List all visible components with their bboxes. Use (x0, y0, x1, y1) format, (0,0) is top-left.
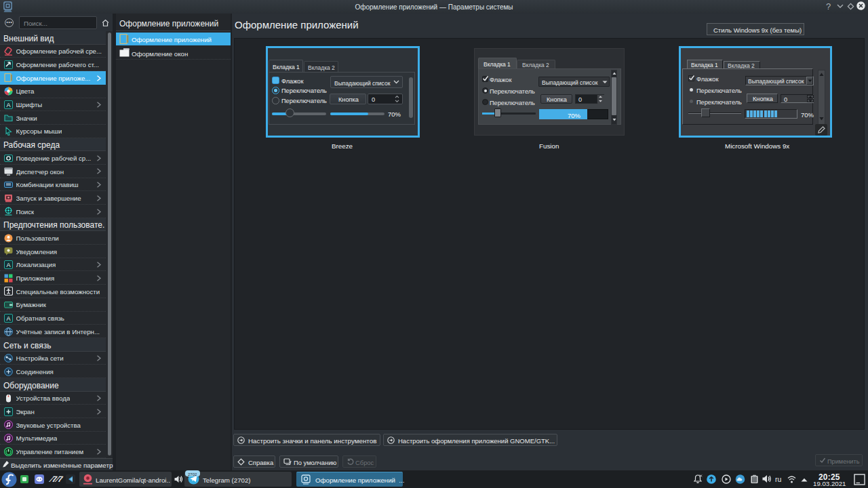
svg-text:A: A (6, 102, 10, 108)
svg-text:A: A (6, 315, 10, 322)
svg-text:A: A (6, 262, 10, 268)
